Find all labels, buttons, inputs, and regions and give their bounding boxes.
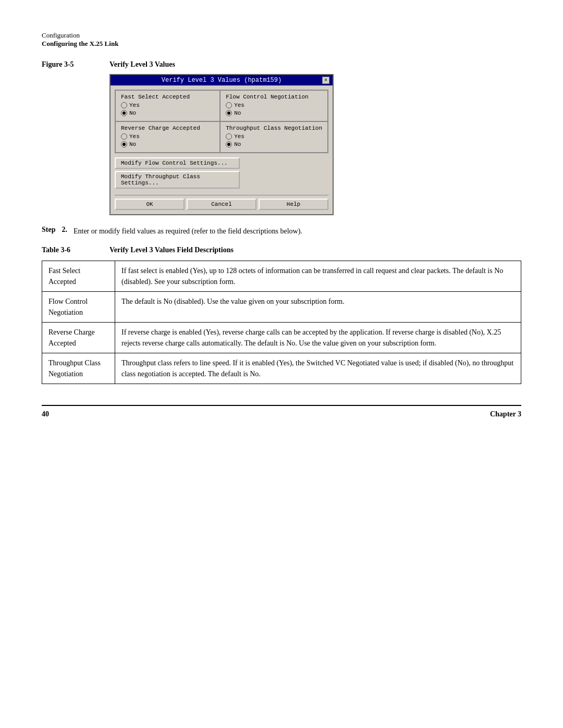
- dialog-cell-fast-select: Fast Select Accepted Yes No: [115, 90, 220, 121]
- field-flow-control: Flow ControlNegotiation: [42, 292, 115, 323]
- step-section: Step 2. Enter or modify field values as …: [42, 226, 521, 237]
- field-throughput: Throughput ClassNegotiation: [42, 353, 115, 384]
- dialog-content: Fast Select Accepted Yes No: [111, 85, 333, 214]
- reverse-charge-no-radio[interactable]: [121, 141, 127, 147]
- reverse-charge-no-label: No: [129, 141, 136, 147]
- flow-control-no-row[interactable]: No: [226, 110, 322, 116]
- step-label: Step: [42, 226, 55, 234]
- fast-select-yes-label: Yes: [129, 102, 140, 108]
- dialog-cell-flow-control: Flow Control Negotiation Yes No: [220, 90, 328, 121]
- table-title: Verify Level 3 Values Field Descriptions: [109, 246, 234, 254]
- throughput-yes-row[interactable]: Yes: [226, 133, 322, 140]
- table-row: Throughput ClassNegotiation Throughput c…: [42, 353, 521, 384]
- table-row-header: Table 3-6 Verify Level 3 Values Field De…: [42, 246, 521, 254]
- dialog-title-text: Verify Level 3 Values (hpatm159): [121, 77, 322, 84]
- desc-reverse-charge: If reverse charge is enabled (Yes), reve…: [115, 323, 521, 353]
- figure-label: Figure 3-5: [42, 60, 99, 69]
- modify-throughput-button[interactable]: Modify Throughput Class Settings...: [115, 171, 240, 189]
- help-button[interactable]: Help: [259, 199, 328, 210]
- throughput-label: Throughput Class Negotiation: [226, 125, 322, 131]
- flow-control-yes-row[interactable]: Yes: [226, 102, 322, 108]
- figure-title: Verify Level 3 Values: [109, 60, 334, 69]
- flow-control-no-dot: [227, 112, 230, 115]
- reverse-charge-yes-label: Yes: [129, 133, 140, 140]
- dialog-box: Verify Level 3 Values (hpatm159) × Fast …: [109, 74, 334, 215]
- throughput-no-radio[interactable]: [226, 141, 232, 147]
- table-row: Reverse ChargeAccepted If reverse charge…: [42, 323, 521, 353]
- dialog-titlebar: Verify Level 3 Values (hpatm159) ×: [111, 75, 333, 85]
- table-label: Table 3-6: [42, 246, 99, 254]
- description-table: Fast SelectAccepted If fast select is en…: [42, 261, 521, 384]
- field-reverse-charge: Reverse ChargeAccepted: [42, 323, 115, 353]
- fast-select-yes-radio[interactable]: [121, 102, 127, 108]
- flow-control-no-label: No: [234, 110, 241, 116]
- page-number: 40: [42, 410, 49, 418]
- throughput-no-row[interactable]: No: [226, 141, 322, 147]
- dialog-grid: Fast Select Accepted Yes No: [115, 90, 328, 153]
- reverse-charge-label: Reverse Charge Accepted: [121, 125, 214, 131]
- desc-throughput: Throughput class refers to line speed. I…: [115, 353, 521, 384]
- dialog-cell-reverse-charge: Reverse Charge Accepted Yes No: [115, 121, 220, 153]
- dialog-action-row: OK Cancel Help: [115, 195, 328, 210]
- fast-select-no-label: No: [129, 110, 136, 116]
- page-footer: 40 Chapter 3: [42, 405, 521, 418]
- throughput-yes-label: Yes: [234, 133, 244, 140]
- desc-fast-select: If fast select is enabled (Yes), up to 1…: [115, 261, 521, 292]
- fast-select-no-row[interactable]: No: [121, 110, 214, 116]
- table-row: Flow ControlNegotiation The default is N…: [42, 292, 521, 323]
- throughput-no-dot: [227, 143, 230, 146]
- flow-control-yes-radio[interactable]: [226, 102, 232, 108]
- flow-control-no-radio[interactable]: [226, 110, 232, 116]
- table-row: Fast SelectAccepted If fast select is en…: [42, 261, 521, 292]
- reverse-charge-no-row[interactable]: No: [121, 141, 214, 147]
- step-row: Step 2. Enter or modify field values as …: [42, 226, 521, 237]
- chapter-label: Chapter 3: [490, 410, 521, 418]
- step-text: Enter or modify field values as required…: [74, 226, 302, 237]
- breadcrumb-line2: Configuring the X.25 Link: [42, 40, 521, 48]
- field-fast-select: Fast SelectAccepted: [42, 261, 115, 292]
- ok-button[interactable]: OK: [115, 199, 185, 210]
- fast-select-no-dot: [123, 112, 126, 115]
- reverse-charge-yes-radio[interactable]: [121, 133, 127, 140]
- dialog-close-button[interactable]: ×: [322, 77, 329, 84]
- fast-select-no-radio[interactable]: [121, 110, 127, 116]
- flow-control-yes-label: Yes: [234, 102, 244, 108]
- breadcrumb-line1: Configuration: [42, 31, 521, 40]
- desc-flow-control: The default is No (disabled). Use the va…: [115, 292, 521, 323]
- figure-row: Figure 3-5 Verify Level 3 Values Verify …: [42, 60, 521, 215]
- throughput-no-label: No: [234, 141, 241, 147]
- cancel-button[interactable]: Cancel: [187, 199, 256, 210]
- step-number: 2.: [62, 226, 67, 234]
- dialog-cell-throughput: Throughput Class Negotiation Yes No: [220, 121, 328, 153]
- dialog-buttons-section: Modify Flow Control Settings... Modify T…: [115, 157, 328, 191]
- fast-select-label: Fast Select Accepted: [121, 94, 214, 100]
- reverse-charge-no-dot: [123, 143, 126, 146]
- dialog-wrapper: Verify Level 3 Values (hpatm159) × Fast …: [109, 74, 334, 215]
- reverse-charge-yes-row[interactable]: Yes: [121, 133, 214, 140]
- modify-flow-control-button[interactable]: Modify Flow Control Settings...: [115, 157, 240, 169]
- fast-select-yes-row[interactable]: Yes: [121, 102, 214, 108]
- throughput-yes-radio[interactable]: [226, 133, 232, 140]
- flow-control-label: Flow Control Negotiation: [226, 94, 322, 100]
